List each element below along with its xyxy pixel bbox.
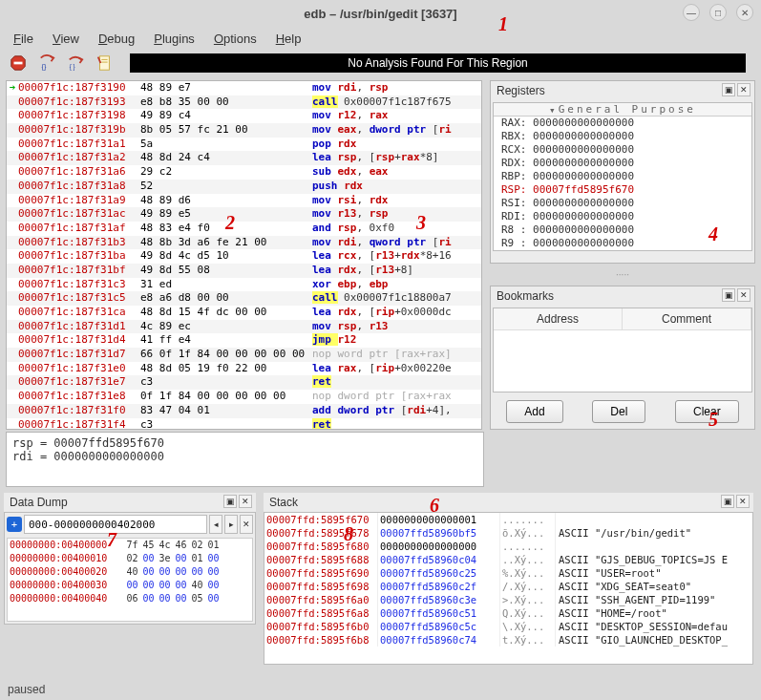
disasm-row[interactable]: 00007f1c:187f31ba49 8d 4c d5 10lea rcx, … (7, 249, 481, 264)
disasm-row[interactable]: 00007f1c:187f31d14c 89 ecmov rsp, r13 (7, 320, 481, 334)
stack-row[interactable]: 00007ffd:5895f6a800007ffd58960c51Q.Xý...… (264, 606, 752, 620)
stack-row[interactable]: 00007ffd:5895f69000007ffd58960c25%.Xý...… (264, 566, 752, 580)
stack-title: Stack (269, 496, 298, 509)
panel-undock-icon[interactable]: ▣ (722, 83, 735, 96)
stack-row[interactable]: 00007ffd:5895f6700000000000000001....... (264, 513, 752, 526)
panel-undock-icon[interactable]: ▣ (223, 495, 237, 508)
disasm-row[interactable]: 00007f1c:187f31a15apop rdx (7, 138, 481, 152)
register-row[interactable]: RSP: 00007ffd5895f670 (494, 183, 751, 197)
disasm-row[interactable]: 00007f1c:187f31a629 c2sub edx, eax (7, 165, 481, 180)
bookmarks-col-comment[interactable]: Comment (623, 308, 751, 329)
notes-icon[interactable] (95, 54, 113, 72)
register-row[interactable]: RDI: 0000000000000000 (494, 210, 751, 223)
register-row[interactable]: RCX: 0000000000000000 (494, 143, 751, 157)
register-row[interactable]: R8 : 0000000000000000 (494, 223, 751, 237)
step-into-icon[interactable]: {} (38, 54, 55, 72)
disasm-row[interactable]: 00007f1c:187f31a948 89 d6mov rsi, rdx (7, 194, 481, 208)
dump-row[interactable]: 00000000:00400040060000000500 (8, 592, 252, 605)
panel-close-icon[interactable]: ✕ (239, 495, 252, 508)
close-button[interactable]: ✕ (736, 4, 753, 21)
minimize-button[interactable]: — (683, 4, 700, 21)
disassembly-body[interactable]: ➔00007f1c:187f319048 89 e7mov rdi, rsp00… (6, 80, 482, 430)
analysis-banner: No Analysis Found For This Region (130, 53, 746, 73)
menu-options[interactable]: Options (214, 32, 257, 46)
disasm-row[interactable]: 00007f1c:187f31f4c3ret (7, 418, 481, 431)
bookmarks-title: Bookmarks (497, 289, 554, 303)
disassembly-panel: ➔00007f1c:187f319048 89 e7mov rdi, rsp00… (6, 80, 482, 430)
register-row[interactable]: RBX: 0000000000000000 (494, 130, 751, 143)
dump-row[interactable]: 00000000:00400030000000004000 (8, 579, 252, 592)
dump-row[interactable]: 00000000:0040001002003e000100 (8, 552, 252, 565)
disasm-row[interactable]: 00007f1c:187f31d441 ff e4jmp r12 (7, 333, 481, 348)
register-row[interactable]: RAX: 0000000000000000 (494, 117, 751, 130)
bookmarks-clear-button[interactable]: Clear (675, 400, 739, 423)
bookmarks-body[interactable]: Address Comment (493, 308, 752, 392)
bookmarks-add-button[interactable]: Add (506, 400, 562, 423)
disasm-row[interactable]: 00007f1c:187f31bf49 8d 55 08lea rdx, [r1… (7, 264, 481, 278)
panel-close-icon[interactable]: ✕ (737, 83, 750, 96)
disasm-row[interactable]: 00007f1c:187f31b348 8b 3d a6 fe 21 00mov… (7, 236, 481, 250)
panel-grip[interactable]: ∙∙∙∙∙ (490, 269, 755, 280)
dump-prev-button[interactable]: ◂ (209, 515, 222, 534)
stack-row[interactable]: 00007ffd:5895f67800007ffd58960bf5õ.Xý...… (264, 526, 752, 540)
step-over-icon[interactable]: { } (67, 54, 84, 72)
disasm-row[interactable]: 00007f1c:187f31f083 47 04 01add dword pt… (7, 404, 481, 418)
panel-undock-icon[interactable]: ▣ (722, 288, 735, 302)
menu-debug[interactable]: Debug (98, 32, 135, 46)
dump-row[interactable]: 00000000:004000007f454c460201 (8, 539, 252, 552)
disasm-row[interactable]: 00007f1c:187f31ac49 89 e5mov r13, rsp (7, 207, 481, 222)
status-bar: paused (0, 683, 761, 700)
disasm-row[interactable]: 00007f1c:187f31d766 0f 1f 84 00 00 00 00… (7, 348, 481, 362)
panel-close-icon[interactable]: ✕ (736, 495, 750, 508)
registers-panel: Registers ▣✕ ▾ General Purpose RAX: 0000… (490, 80, 755, 264)
stack-row[interactable]: 00007ffd:5895f68800007ffd58960c04..Xý...… (264, 553, 752, 566)
register-row[interactable]: RBP: 0000000000000000 (494, 170, 751, 183)
disasm-row[interactable]: 00007f1c:187f319b8b 05 57 fc 21 00mov ea… (7, 123, 481, 138)
register-row[interactable]: RDX: 0000000000000000 (494, 157, 751, 170)
disasm-row[interactable]: 00007f1c:187f31c331 edxor ebp, ebp (7, 278, 481, 292)
disasm-row[interactable]: 00007f1c:187f31c5e8 a6 d8 00 00call 0x00… (7, 291, 481, 306)
stack-row[interactable]: 00007ffd:5895f6a000007ffd58960c3e>.Xý...… (264, 593, 752, 606)
dump-add-tab-button[interactable]: + (7, 517, 22, 532)
dump-next-button[interactable]: ▸ (224, 515, 238, 534)
dump-close-tab-button[interactable]: ✕ (240, 515, 253, 534)
stack-row[interactable]: 00007ffd:5895f6b000007ffd58960c5c\.Xý...… (264, 620, 752, 633)
dump-grid[interactable]: 00000000:004000007f454c46020100000000:00… (7, 538, 253, 622)
window-title: edb – /usr/bin/gedit [3637] (304, 7, 456, 21)
registers-body[interactable]: ▾ General Purpose RAX: 0000000000000000 … (493, 102, 752, 251)
data-dump-panel: Data Dump ▣✕ + ◂ ▸ ✕ 00000000:004000007f… (0, 493, 260, 665)
menu-plugins[interactable]: Plugins (154, 32, 195, 46)
dump-row[interactable]: 00000000:00400020400000000000 (8, 565, 252, 579)
register-row[interactable]: R9 : 0000000000000000 (494, 237, 751, 250)
bookmarks-del-button[interactable]: Del (592, 400, 645, 423)
stop-icon[interactable] (10, 54, 27, 72)
stack-row[interactable]: 00007ffd:5895f6b800007ffd58960c74t.Xý...… (264, 633, 752, 647)
menu-view[interactable]: View (53, 32, 79, 46)
panel-undock-icon[interactable]: ▣ (721, 495, 734, 508)
stack-row[interactable]: 00007ffd:5895f69800007ffd58960c2f/.Xý...… (264, 580, 752, 593)
disasm-row[interactable]: 00007f1c:187f31e048 8d 05 19 f0 22 00lea… (7, 362, 481, 376)
panel-close-icon[interactable]: ✕ (737, 288, 750, 302)
disasm-row[interactable]: 00007f1c:187f31e7c3ret (7, 375, 481, 390)
disasm-row[interactable]: 00007f1c:187f31ca48 8d 15 4f dc 00 00lea… (7, 306, 481, 320)
menu-file[interactable]: File (13, 32, 33, 46)
svg-text:{}: {} (42, 62, 47, 71)
dump-address-input[interactable] (24, 515, 207, 534)
disasm-row[interactable]: 00007f1c:187f3193e8 b8 35 00 00call 0x00… (7, 95, 481, 110)
stack-body[interactable]: 00007ffd:5895f6700000000000000001.......… (264, 512, 753, 665)
disasm-row[interactable]: ➔00007f1c:187f319048 89 e7mov rdi, rsp (7, 81, 481, 95)
disasm-row[interactable]: 00007f1c:187f319849 89 c4mov r12, rax (7, 109, 481, 123)
info-panel: rsp = 00007ffd5895f670 rdi = 00000000000… (6, 432, 484, 487)
disasm-row[interactable]: 00007f1c:187f31a248 8d 24 c4lea rsp, [rs… (7, 151, 481, 165)
disasm-row[interactable]: 00007f1c:187f31a852push rdx (7, 180, 481, 194)
register-row[interactable]: RSI: 0000000000000000 (494, 197, 751, 210)
disasm-row[interactable]: 00007f1c:187f31af48 83 e4 f0and rsp, 0xf… (7, 222, 481, 236)
maximize-button[interactable]: □ (709, 4, 727, 21)
menu-bar: File View Debug Plugins Options Help (0, 27, 761, 50)
svg-text:{ }: { } (70, 63, 75, 71)
stack-row[interactable]: 00007ffd:5895f6800000000000000000....... (264, 540, 752, 553)
bookmarks-panel: Bookmarks ▣✕ Address Comment Add Del Cle… (490, 286, 755, 430)
menu-help[interactable]: Help (276, 32, 302, 46)
bookmarks-col-address[interactable]: Address (494, 308, 623, 329)
disasm-row[interactable]: 00007f1c:187f31e80f 1f 84 00 00 00 00 00… (7, 390, 481, 404)
